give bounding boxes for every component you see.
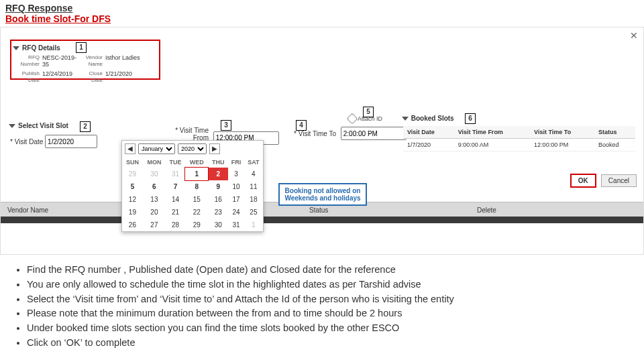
grid-divider — [1, 217, 643, 223]
close-date-value: 1/21/2020 — [105, 70, 140, 84]
close-date-label: Close Date — [77, 70, 103, 84]
visit-date-field: * Visit Date — [10, 135, 97, 148]
list-item: Please note that the minimum duration be… — [27, 306, 629, 321]
list-item: Find the RFQ number , Published date (Op… — [27, 263, 629, 278]
rfq-number-label: RFQ Number — [14, 54, 40, 68]
page-title-1: RFQ Response — [0, 0, 644, 13]
year-select[interactable]: 2020 — [178, 143, 207, 154]
vendor-name-value: Isthor Ladies — [105, 54, 140, 68]
visit-date-input[interactable] — [45, 135, 97, 148]
col-time-from: Visit Time From — [454, 126, 530, 139]
app-screenshot: ✕ RFQ Details RFQ Number NESC-2019-35 Ve… — [0, 27, 644, 255]
visit-date-label: * Visit Date — [10, 138, 43, 145]
instruction-list: Find the RFQ number , Published date (Op… — [0, 255, 644, 359]
collapse-icon[interactable] — [402, 117, 409, 121]
booked-slots-panel: Booked Slots Visit Date Visit Time From … — [403, 115, 635, 152]
visit-time-to-label: * Visit Time To — [288, 130, 336, 137]
col-time-to: Visit Time To — [530, 126, 594, 139]
collapse-icon[interactable] — [13, 46, 19, 50]
booking-restriction-note: Booking not allowed on Weekends and holi… — [278, 183, 367, 206]
col-vendor-name: Vendor Name — [1, 202, 115, 218]
vendor-name-label: Vendor Name — [77, 54, 103, 68]
cancel-button[interactable]: Cancel — [601, 174, 637, 187]
month-select[interactable]: January — [138, 143, 175, 154]
next-month-icon[interactable]: ▶ — [209, 143, 220, 154]
close-icon[interactable]: ✕ — [630, 30, 638, 41]
rfq-number-value: NESC-2019-35 — [42, 54, 77, 68]
calendar-grid: SUNMONTUEWEDTHUFRISAT 2930311234 5678910… — [122, 157, 263, 231]
select-visit-slot-header: Select Visit Slot — [10, 121, 68, 129]
rfq-details-header: RFQ Details — [22, 44, 60, 52]
col-status: Status — [594, 126, 635, 139]
callout-5: 5 — [363, 107, 374, 117]
callout-4: 4 — [296, 120, 307, 131]
visit-time-to-input[interactable] — [341, 127, 407, 140]
list-item: You are only allowed to schedule the tim… — [27, 278, 629, 292]
ok-button[interactable]: OK — [570, 174, 596, 188]
date-picker[interactable]: ◀ January 2020 ▶ SUNMONTUEWEDTHUFRISAT 2… — [121, 140, 264, 232]
list-item: Select the ‘Visit time from’ and ‘Visit … — [27, 292, 629, 307]
list-item: Under booked time slots section you can … — [27, 321, 629, 336]
callout-3: 3 — [221, 120, 231, 131]
prev-month-icon[interactable]: ◀ — [125, 143, 136, 154]
col-visit-date: Visit Date — [403, 126, 454, 139]
paperclip-icon — [347, 113, 358, 125]
table-row: 1/7/2020 9:00:00 AM 12:00:00 PM Booked — [403, 139, 635, 152]
callout-1: 1 — [76, 42, 87, 53]
publish-date-value: 12/24/2019 — [42, 70, 77, 84]
booked-slots-header: Booked Slots — [411, 115, 454, 122]
dialog-actions: OK Cancel — [568, 174, 637, 188]
col-delete: Delete — [470, 202, 503, 218]
list-item: Click on ‘OK’ to complete — [27, 336, 629, 351]
collapse-icon[interactable] — [9, 124, 15, 128]
callout-6: 6 — [465, 113, 476, 124]
booked-slots-table: Visit Date Visit Time From Visit Time To… — [403, 126, 635, 152]
visit-time-from-label: * Visit Time From — [175, 127, 209, 141]
page-title-2: Book time Slot-For DFS — [0, 13, 644, 27]
publish-date-label: Publish Date — [14, 70, 40, 84]
callout-2: 2 — [80, 121, 91, 132]
